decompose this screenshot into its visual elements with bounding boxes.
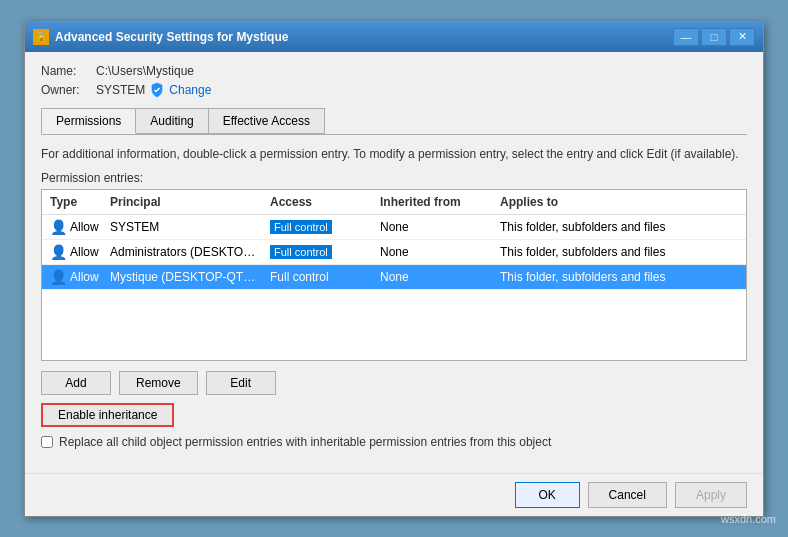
tab-permissions[interactable]: Permissions [41,108,136,134]
owner-value: SYSTEM [96,83,145,97]
add-button[interactable]: Add [41,371,111,395]
col-access: Access [266,193,376,211]
replace-permissions-checkbox[interactable] [41,436,53,448]
row1-applies: This folder, subfolders and files [496,218,742,236]
remove-button[interactable]: Remove [119,371,198,395]
col-applies-to: Applies to [496,193,742,211]
table-header: Type Principal Access Inherited from App… [42,190,746,215]
name-label: Name: [41,64,96,78]
name-row: Name: C:\Users\Mystique [41,64,747,78]
owner-label: Owner: [41,83,96,97]
cancel-button[interactable]: Cancel [588,482,667,508]
col-type: Type [46,193,106,211]
window-title: Advanced Security Settings for Mystique [55,30,288,44]
close-button[interactable]: ✕ [729,28,755,46]
row3-principal: Mystique (DESKTOP-QTUD8T... [106,268,266,286]
table-body: 👤 Allow SYSTEM Full control None This fo… [42,215,746,360]
action-buttons: Add Remove Edit [41,371,747,395]
user-icon: 👤 [50,269,66,285]
ok-button[interactable]: OK [515,482,580,508]
description-text: For additional information, double-click… [41,145,747,163]
row2-inherited: None [376,243,496,261]
row3-applies: This folder, subfolders and files [496,268,742,286]
title-bar: 🔒 Advanced Security Settings for Mystiqu… [25,22,763,52]
row1-type: 👤 Allow [46,217,106,237]
user-icon: 👤 [50,244,66,260]
row1-principal: SYSTEM [106,218,266,236]
permission-entries-label: Permission entries: [41,171,747,185]
enable-inheritance-button[interactable]: Enable inheritance [41,403,174,427]
table-row[interactable]: 👤 Allow Mystique (DESKTOP-QTUD8T... Full… [42,265,746,290]
col-principal: Principal [106,193,266,211]
edit-button[interactable]: Edit [206,371,276,395]
window-icon: 🔒 [33,29,49,45]
row3-type: 👤 Allow [46,267,106,287]
col-inherited-from: Inherited from [376,193,496,211]
row2-applies: This folder, subfolders and files [496,243,742,261]
maximize-button[interactable]: □ [701,28,727,46]
window-controls: — □ ✕ [673,28,755,46]
row2-principal: Administrators (DESKTOP-QT... [106,243,266,261]
tab-auditing[interactable]: Auditing [135,108,208,134]
owner-row: Owner: SYSTEM Change [41,82,747,98]
row3-access: Full control [266,268,376,286]
tabs-bar: Permissions Auditing Effective Access [41,108,747,135]
shield-icon [149,82,165,98]
table-row[interactable]: 👤 Allow Administrators (DESKTOP-QT... Fu… [42,240,746,265]
row2-access: Full control [266,243,376,261]
apply-button[interactable]: Apply [675,482,747,508]
replace-permissions-label: Replace all child object permission entr… [59,435,551,449]
main-window: 🔒 Advanced Security Settings for Mystiqu… [24,21,764,517]
name-value: C:\Users\Mystique [96,64,194,78]
row3-inherited: None [376,268,496,286]
row1-access: Full control [266,218,376,236]
minimize-button[interactable]: — [673,28,699,46]
footer: OK Cancel Apply [25,473,763,516]
table-row[interactable]: 👤 Allow SYSTEM Full control None This fo… [42,215,746,240]
content-area: Name: C:\Users\Mystique Owner: SYSTEM Ch… [25,52,763,473]
change-owner-link[interactable]: Change [169,83,211,97]
replace-permissions-row: Replace all child object permission entr… [41,435,747,449]
watermark: wsxdn.com [721,513,776,525]
row1-inherited: None [376,218,496,236]
row2-type: 👤 Allow [46,242,106,262]
permissions-table: Type Principal Access Inherited from App… [41,189,747,361]
user-icon: 👤 [50,219,66,235]
tab-effective-access[interactable]: Effective Access [208,108,325,134]
